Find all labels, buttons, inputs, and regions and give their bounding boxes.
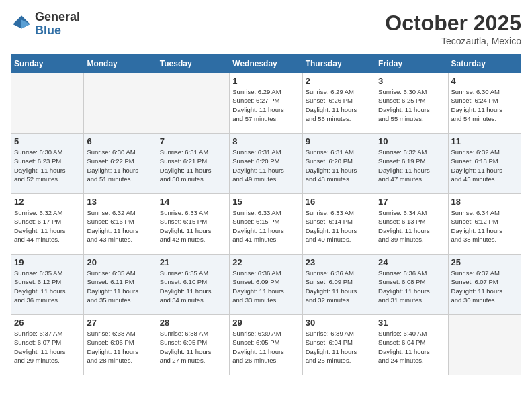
- calendar-cell: 21Sunrise: 6:35 AM Sunset: 6:10 PM Dayli…: [157, 255, 229, 315]
- calendar-cell: 30Sunrise: 6:39 AM Sunset: 6:04 PM Dayli…: [302, 315, 375, 375]
- day-info: Sunrise: 6:33 AM Sunset: 6:15 PM Dayligh…: [160, 208, 226, 244]
- day-number: 4: [451, 76, 518, 86]
- day-info: Sunrise: 6:39 AM Sunset: 6:04 PM Dayligh…: [306, 329, 372, 365]
- day-number: 2: [306, 76, 372, 86]
- weekday-header: Monday: [84, 55, 157, 73]
- logo-icon: [11, 13, 32, 35]
- weekday-header: Saturday: [448, 55, 521, 73]
- calendar-cell: 4Sunrise: 6:30 AM Sunset: 6:24 PM Daylig…: [448, 73, 521, 134]
- day-info: Sunrise: 6:38 AM Sunset: 6:05 PM Dayligh…: [160, 329, 226, 365]
- day-number: 18: [451, 197, 518, 207]
- day-info: Sunrise: 6:37 AM Sunset: 6:07 PM Dayligh…: [451, 269, 518, 304]
- day-info: Sunrise: 6:36 AM Sunset: 6:08 PM Dayligh…: [378, 269, 445, 304]
- calendar-cell: [448, 315, 521, 375]
- calendar-cell: 24Sunrise: 6:36 AM Sunset: 6:08 PM Dayli…: [375, 255, 448, 315]
- day-info: Sunrise: 6:30 AM Sunset: 6:24 PM Dayligh…: [451, 87, 518, 123]
- day-number: 9: [306, 136, 372, 146]
- day-number: 15: [232, 197, 299, 207]
- day-info: Sunrise: 6:34 AM Sunset: 6:12 PM Dayligh…: [451, 208, 518, 244]
- calendar-cell: 7Sunrise: 6:31 AM Sunset: 6:21 PM Daylig…: [157, 134, 229, 194]
- day-number: 13: [87, 197, 153, 207]
- calendar-cell: 28Sunrise: 6:38 AM Sunset: 6:05 PM Dayli…: [157, 315, 229, 375]
- calendar-row: 19Sunrise: 6:35 AM Sunset: 6:12 PM Dayli…: [11, 255, 521, 315]
- calendar-cell: 10Sunrise: 6:32 AM Sunset: 6:19 PM Dayli…: [375, 134, 448, 194]
- calendar-cell: 13Sunrise: 6:32 AM Sunset: 6:16 PM Dayli…: [84, 194, 157, 255]
- calendar-cell: 26Sunrise: 6:37 AM Sunset: 6:07 PM Dayli…: [11, 315, 84, 375]
- weekday-header: Friday: [375, 55, 448, 73]
- weekday-header: Thursday: [302, 55, 375, 73]
- logo-text: General Blue: [35, 11, 80, 38]
- calendar-cell: 5Sunrise: 6:30 AM Sunset: 6:23 PM Daylig…: [11, 134, 84, 194]
- day-number: 26: [14, 318, 81, 328]
- month-title: October 2025: [385, 11, 521, 36]
- day-number: 8: [232, 136, 299, 146]
- calendar-cell: 9Sunrise: 6:31 AM Sunset: 6:20 PM Daylig…: [302, 134, 375, 194]
- day-info: Sunrise: 6:32 AM Sunset: 6:17 PM Dayligh…: [14, 208, 81, 244]
- calendar-table: SundayMondayTuesdayWednesdayThursdayFrid…: [11, 54, 521, 375]
- day-info: Sunrise: 6:31 AM Sunset: 6:20 PM Dayligh…: [306, 148, 372, 183]
- day-number: 5: [14, 136, 81, 146]
- calendar-cell: 25Sunrise: 6:37 AM Sunset: 6:07 PM Dayli…: [448, 255, 521, 315]
- calendar-cell: 20Sunrise: 6:35 AM Sunset: 6:11 PM Dayli…: [84, 255, 157, 315]
- calendar-cell: 12Sunrise: 6:32 AM Sunset: 6:17 PM Dayli…: [11, 194, 84, 255]
- calendar-cell: 2Sunrise: 6:29 AM Sunset: 6:26 PM Daylig…: [302, 73, 375, 134]
- day-number: 7: [160, 136, 226, 146]
- day-info: Sunrise: 6:29 AM Sunset: 6:27 PM Dayligh…: [232, 87, 299, 123]
- calendar-row: 1Sunrise: 6:29 AM Sunset: 6:27 PM Daylig…: [11, 73, 521, 134]
- calendar-cell: 22Sunrise: 6:36 AM Sunset: 6:09 PM Dayli…: [230, 255, 302, 315]
- calendar-row: 12Sunrise: 6:32 AM Sunset: 6:17 PM Dayli…: [11, 194, 521, 255]
- calendar-cell: 1Sunrise: 6:29 AM Sunset: 6:27 PM Daylig…: [230, 73, 302, 134]
- calendar-cell: 15Sunrise: 6:33 AM Sunset: 6:15 PM Dayli…: [230, 194, 302, 255]
- day-info: Sunrise: 6:39 AM Sunset: 6:05 PM Dayligh…: [232, 329, 299, 365]
- day-info: Sunrise: 6:36 AM Sunset: 6:09 PM Dayligh…: [232, 269, 299, 304]
- calendar-cell: [84, 73, 157, 134]
- day-number: 20: [87, 257, 153, 267]
- day-info: Sunrise: 6:32 AM Sunset: 6:19 PM Dayligh…: [378, 148, 445, 183]
- day-number: 6: [87, 136, 153, 146]
- calendar-cell: 17Sunrise: 6:34 AM Sunset: 6:13 PM Dayli…: [375, 194, 448, 255]
- calendar-cell: 31Sunrise: 6:40 AM Sunset: 6:04 PM Dayli…: [375, 315, 448, 375]
- calendar-cell: 8Sunrise: 6:31 AM Sunset: 6:20 PM Daylig…: [230, 134, 302, 194]
- calendar-cell: 11Sunrise: 6:32 AM Sunset: 6:18 PM Dayli…: [448, 134, 521, 194]
- day-number: 1: [232, 76, 299, 86]
- day-number: 23: [306, 257, 372, 267]
- day-number: 10: [378, 136, 445, 146]
- logo: General Blue: [11, 11, 80, 38]
- day-info: Sunrise: 6:30 AM Sunset: 6:25 PM Dayligh…: [378, 87, 445, 123]
- logo-blue: Blue: [35, 24, 80, 38]
- weekday-header: Wednesday: [230, 55, 302, 73]
- day-number: 27: [87, 318, 153, 328]
- calendar-cell: [157, 73, 229, 134]
- day-info: Sunrise: 6:35 AM Sunset: 6:10 PM Dayligh…: [160, 269, 226, 304]
- day-number: 30: [306, 318, 372, 328]
- day-info: Sunrise: 6:33 AM Sunset: 6:15 PM Dayligh…: [232, 208, 299, 244]
- day-number: 22: [232, 257, 299, 267]
- day-number: 24: [378, 257, 445, 267]
- day-info: Sunrise: 6:35 AM Sunset: 6:12 PM Dayligh…: [14, 269, 81, 304]
- day-info: Sunrise: 6:34 AM Sunset: 6:13 PM Dayligh…: [378, 208, 445, 244]
- day-number: 12: [14, 197, 81, 207]
- day-info: Sunrise: 6:32 AM Sunset: 6:16 PM Dayligh…: [87, 208, 153, 244]
- day-info: Sunrise: 6:35 AM Sunset: 6:11 PM Dayligh…: [87, 269, 153, 304]
- day-info: Sunrise: 6:30 AM Sunset: 6:22 PM Dayligh…: [87, 148, 153, 183]
- calendar-cell: 23Sunrise: 6:36 AM Sunset: 6:09 PM Dayli…: [302, 255, 375, 315]
- day-number: 25: [451, 257, 518, 267]
- calendar-cell: 27Sunrise: 6:38 AM Sunset: 6:06 PM Dayli…: [84, 315, 157, 375]
- day-number: 29: [232, 318, 299, 328]
- day-number: 21: [160, 257, 226, 267]
- calendar-cell: [11, 73, 84, 134]
- day-number: 19: [14, 257, 81, 267]
- day-number: 17: [378, 197, 445, 207]
- calendar-cell: 29Sunrise: 6:39 AM Sunset: 6:05 PM Dayli…: [230, 315, 302, 375]
- day-info: Sunrise: 6:29 AM Sunset: 6:26 PM Dayligh…: [306, 87, 372, 123]
- calendar-cell: 14Sunrise: 6:33 AM Sunset: 6:15 PM Dayli…: [157, 194, 229, 255]
- calendar-cell: 18Sunrise: 6:34 AM Sunset: 6:12 PM Dayli…: [448, 194, 521, 255]
- day-number: 31: [378, 318, 445, 328]
- weekday-header: Sunday: [11, 55, 84, 73]
- day-number: 28: [160, 318, 226, 328]
- day-info: Sunrise: 6:40 AM Sunset: 6:04 PM Dayligh…: [378, 329, 445, 365]
- day-info: Sunrise: 6:30 AM Sunset: 6:23 PM Dayligh…: [14, 148, 81, 183]
- day-info: Sunrise: 6:38 AM Sunset: 6:06 PM Dayligh…: [87, 329, 153, 365]
- day-info: Sunrise: 6:37 AM Sunset: 6:07 PM Dayligh…: [14, 329, 81, 365]
- page-header: General Blue October 2025 Tecozautla, Me…: [11, 11, 521, 46]
